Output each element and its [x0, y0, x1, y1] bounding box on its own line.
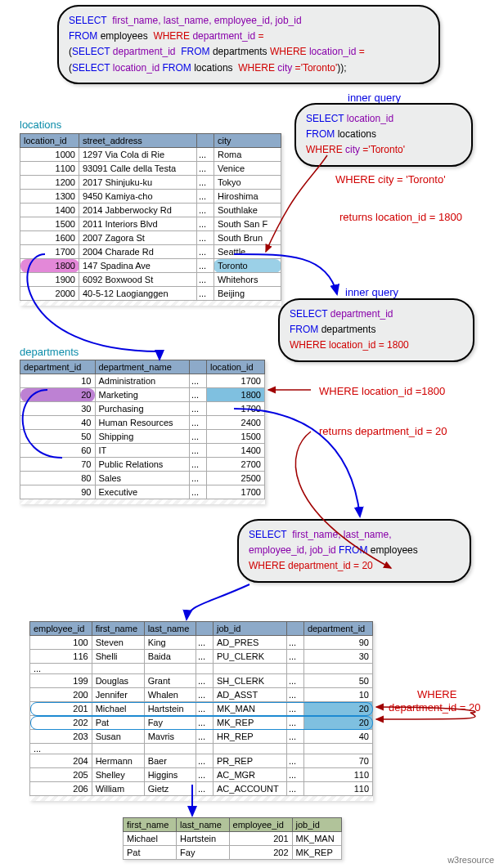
- locations-table-wrap: location_id street_address city 10001297…: [20, 133, 281, 306]
- table-row: 201MichaelHartstein...MK_MAN...20: [30, 702, 373, 716]
- table-row: 206WilliamGietz...AC_ACCOUNT...110: [30, 782, 373, 796]
- annot-ret-dept: returns department_id = 20: [319, 425, 447, 437]
- th-first_name: first_name: [124, 818, 177, 832]
- sub2-where: WHERE: [238, 62, 275, 74]
- iq1-col: location_id: [347, 113, 393, 124]
- table-row: 14002014 Jabberwocky Rd...Southlake: [20, 204, 281, 217]
- table-row: 15002011 Interiors Blvd...South San F: [20, 217, 281, 231]
- annot-ret-loc: returns location_id = 1800: [339, 211, 462, 223]
- table-row: 10Administration...1700: [20, 374, 265, 388]
- sub2-cond: ='Toronto': [295, 62, 338, 74]
- table-row: 30Purchasing...1700: [20, 402, 265, 416]
- sub1-select: SELECT: [72, 46, 110, 57]
- iq1-sel: SELECT: [306, 113, 344, 124]
- table-row: 50Shipping...1500: [20, 430, 265, 444]
- sub1-tbl: departments: [213, 46, 267, 57]
- th-location_id: location_id: [206, 360, 264, 374]
- table-row: 13009450 Kamiya-cho...Hiroshima: [20, 190, 281, 204]
- fq-tbl: employees: [371, 544, 418, 556]
- table-row: 1800147 Spadina Ave...Toronto: [20, 259, 281, 273]
- label-inner-query-2: inner query: [345, 286, 398, 298]
- departments-table: department_id department_name location_i…: [20, 360, 265, 499]
- table-row: 70Public Relations...2700: [20, 458, 265, 472]
- th-employee_id: employee_id: [30, 622, 92, 636]
- iq1-from: FROM: [306, 128, 335, 140]
- table-row: 10001297 Via Cola di Rie...Roma: [20, 148, 281, 162]
- fq-cols: first_name, last_name,: [292, 529, 391, 540]
- table-row: 60IT...1400: [20, 444, 265, 458]
- table-row: ...: [30, 664, 373, 674]
- wcol: department_id: [192, 30, 255, 42]
- sub2-col: location_id: [113, 62, 160, 74]
- label-departments: departments: [20, 346, 79, 358]
- table-row: 40Human Resources...2400: [20, 416, 265, 430]
- annot-where-loc: WHERE location_id =1800: [319, 385, 445, 397]
- employees-table-wrap: employee_id first_name last_name job_id …: [29, 621, 373, 801]
- table-row: ...: [30, 744, 373, 754]
- annot-where-city: WHERE city = 'Toronto': [335, 173, 446, 186]
- table-row: 80Sales...2500: [20, 472, 265, 485]
- table-row: 19006092 Boxwood St...Whitehors: [20, 273, 281, 287]
- eq: =: [258, 30, 263, 42]
- th-job_id: job_id: [292, 818, 341, 832]
- table-row: MichaelHartstein201MK_MAN: [124, 832, 342, 846]
- departments-table-wrap: department_id department_name location_i…: [20, 360, 265, 504]
- sub1-where: WHERE: [270, 46, 307, 57]
- fq-cols2: employee_id, job_id: [249, 544, 336, 556]
- th-last_name: last_name: [177, 818, 229, 832]
- sub1-from: FROM: [181, 46, 209, 57]
- final-query-box: SELECT first_name, last_name, employee_i…: [237, 519, 471, 583]
- table-row: 204HermannBaer...PR_REP...70: [30, 754, 373, 768]
- iq2-tbl: departments: [321, 324, 376, 335]
- sub1-eq: =: [359, 46, 365, 57]
- inner-query-box-2: SELECT department_id FROM departments WH…: [278, 298, 474, 362]
- label-locations: locations: [20, 119, 61, 131]
- th-dots: [189, 360, 206, 374]
- th-location_id: location_id: [20, 134, 79, 148]
- result-table: first_name last_name employee_id job_id …: [123, 817, 342, 860]
- sub2-wcol: city: [277, 62, 292, 74]
- kw-select: SELECT: [69, 15, 106, 26]
- annot-where-dept: WHERE: [417, 688, 456, 700]
- table-row: 16002007 Zagora St...South Brun: [20, 231, 281, 245]
- table-row: 205ShelleyHiggins...AC_MGR...110: [30, 768, 373, 782]
- th-city: city: [214, 134, 281, 148]
- label-inner-query-1: inner query: [348, 92, 401, 104]
- sub2-from: FROM: [163, 62, 191, 74]
- inner-query-box-1: SELECT location_id FROM locations WHERE …: [294, 103, 473, 167]
- sub1-col: department_id: [113, 46, 176, 57]
- table-row: 199DouglasGrant...SH_CLERK...50: [30, 674, 373, 688]
- table-row: 100StevenKing...AD_PRES...90: [30, 636, 373, 650]
- th-job_id: job_id: [213, 622, 286, 636]
- close: ));: [337, 62, 346, 74]
- kw-from: FROM: [69, 30, 97, 42]
- table-row: 116ShelliBaida...PU_CLERK...30: [30, 650, 373, 664]
- table-row: 17002004 Charade Rd...Seattle: [20, 245, 281, 259]
- main-query-box: SELECT first_name, last_name, employee_i…: [57, 5, 440, 84]
- kw-where: WHERE: [153, 30, 190, 42]
- watermark: w3resource: [447, 855, 494, 865]
- sub2-tbl: locations: [194, 62, 232, 74]
- fq-cond: WHERE department_id = 20: [249, 560, 373, 571]
- tbl: employees: [101, 30, 148, 42]
- table-row: 200040-5-12 Laogianggen...Beijing: [20, 287, 281, 301]
- th-first_name: first_name: [92, 622, 144, 636]
- fq-sel: SELECT: [249, 529, 286, 540]
- table-row: 203SusanMavris...HR_REP...40: [30, 730, 373, 744]
- iq1-cond: city ='Toronto': [345, 144, 405, 155]
- th-last_name: last_name: [144, 622, 196, 636]
- sub1-wcol: location_id: [309, 46, 356, 57]
- iq2-from: FROM: [290, 324, 318, 335]
- table-row: 90Executive...1700: [20, 485, 265, 499]
- table-row: 110093091 Calle della Testa...Venice: [20, 162, 281, 176]
- th-department_id: department_id: [303, 622, 372, 636]
- th-dots: [286, 622, 303, 636]
- iq1-where: WHERE: [306, 144, 343, 155]
- table-row: 202PatFay...MK_REP...20: [30, 716, 373, 730]
- iq2-cond: WHERE location_id = 1800: [290, 339, 409, 351]
- annot-where-dept-2: department_id = 20: [389, 701, 480, 714]
- fq-from: FROM: [339, 544, 367, 556]
- table-row: 12002017 Shinjuku-ku...Tokyo: [20, 176, 281, 190]
- table-row: PatFay202MK_REP: [124, 846, 342, 860]
- th-employee_id: employee_id: [229, 818, 292, 832]
